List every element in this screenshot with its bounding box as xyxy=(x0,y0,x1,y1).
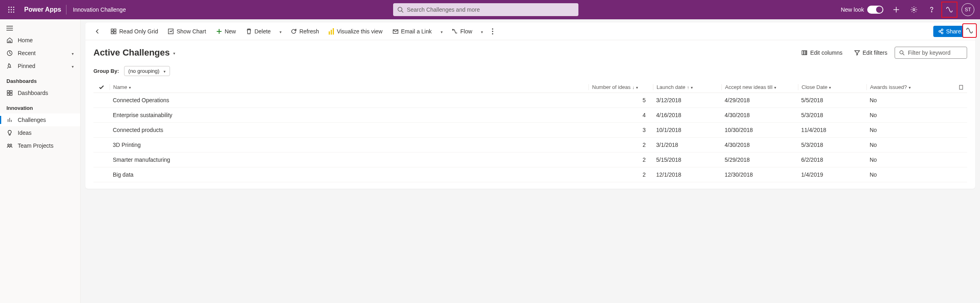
visualize-button[interactable]: Visualize this view xyxy=(325,26,386,37)
settings-button[interactable] xyxy=(906,2,922,18)
column-header-close[interactable]: Close Date xyxy=(798,84,866,90)
table-row[interactable]: Connected Operations53/12/20184/29/20185… xyxy=(93,93,967,108)
email-split-button[interactable] xyxy=(437,26,446,37)
delete-split-button[interactable] xyxy=(276,26,285,37)
flow-button[interactable]: Flow xyxy=(448,26,477,37)
svg-point-9 xyxy=(398,7,402,11)
new-button[interactable]: New xyxy=(212,26,240,37)
cell-awards: No xyxy=(866,142,955,148)
copilot-header-button[interactable] xyxy=(941,2,957,18)
nav-challenges[interactable]: Challenges xyxy=(0,113,80,126)
table-row[interactable]: Enterprise sustainability44/16/20184/30/… xyxy=(93,108,967,123)
chevron-down-icon xyxy=(72,50,74,56)
cell-ideas: 3 xyxy=(588,127,653,133)
table-row[interactable]: Big data212/1/201812/30/20181/4/2019No xyxy=(93,167,967,182)
svg-point-47 xyxy=(900,51,903,54)
nav-home-label: Home xyxy=(18,37,33,43)
global-search[interactable]: Search Challenges and more xyxy=(393,3,578,16)
global-header: Power Apps Innovation Challenge Search C… xyxy=(0,0,980,19)
column-header-accept[interactable]: Accept new ideas till xyxy=(721,84,798,90)
overflow-button[interactable] xyxy=(488,26,497,37)
chevron-down-icon xyxy=(909,84,911,90)
nav-collapse-button[interactable] xyxy=(0,23,80,34)
flow-icon xyxy=(452,28,458,35)
refresh-button[interactable]: Refresh xyxy=(286,26,323,37)
flow-label: Flow xyxy=(460,28,472,35)
svg-point-25 xyxy=(8,144,9,146)
lightbulb-icon xyxy=(6,130,13,136)
left-nav: Home Recent Pinned Dashboards Dashboards… xyxy=(0,19,81,303)
select-all-checkbox[interactable] xyxy=(93,85,110,90)
avatar-initials: ST xyxy=(965,7,971,12)
help-button[interactable] xyxy=(924,2,940,18)
brand-label[interactable]: Power Apps xyxy=(19,6,66,13)
cell-awards: No xyxy=(866,157,955,163)
back-button[interactable] xyxy=(90,26,105,37)
table-row[interactable]: Smarter manufacturing25/15/20185/29/2018… xyxy=(93,153,967,167)
svg-line-10 xyxy=(402,11,403,12)
nav-ideas-label: Ideas xyxy=(18,130,31,136)
column-header-ideas[interactable]: Number of ideas xyxy=(588,84,653,90)
waffle-icon xyxy=(8,6,15,13)
bookmark-icon xyxy=(959,85,963,90)
table-row[interactable]: Connected products310/1/201810/30/201811… xyxy=(93,123,967,138)
cell-launch: 3/12/2018 xyxy=(653,97,721,103)
nav-dashboards[interactable]: Dashboards xyxy=(0,87,80,99)
svg-rect-45 xyxy=(804,51,806,55)
view-header: Active Challenges Edit columns Edit filt… xyxy=(93,47,967,59)
clock-icon xyxy=(6,50,13,56)
user-avatar[interactable]: ST xyxy=(961,3,974,16)
cell-launch: 5/15/2018 xyxy=(653,157,721,163)
cell-awards: No xyxy=(866,171,955,178)
view-selector-chevron[interactable] xyxy=(173,49,175,56)
cell-name: Connected products xyxy=(110,127,588,133)
search-icon xyxy=(397,6,404,13)
nav-pinned[interactable]: Pinned xyxy=(0,60,80,72)
filter-keyword-input[interactable]: Filter by keyword xyxy=(895,47,967,59)
read-only-grid-label: Read Only Grid xyxy=(119,28,158,35)
table-row[interactable]: 3D Printing23/1/20184/30/20185/3/2018No xyxy=(93,138,967,153)
svg-point-43 xyxy=(941,32,943,34)
delete-button[interactable]: Delete xyxy=(242,26,275,37)
svg-point-2 xyxy=(13,7,15,8)
add-button[interactable] xyxy=(888,2,904,18)
cell-awards: No xyxy=(866,112,955,118)
nav-recent[interactable]: Recent xyxy=(0,47,80,60)
svg-line-19 xyxy=(7,67,8,68)
powerbi-icon xyxy=(329,28,334,35)
flow-split-button[interactable] xyxy=(478,26,486,37)
svg-rect-34 xyxy=(329,31,330,35)
view-title[interactable]: Active Challenges xyxy=(93,47,170,58)
show-chart-button[interactable]: Show Chart xyxy=(164,26,210,37)
email-link-button[interactable]: Email a Link xyxy=(388,26,436,37)
nav-home[interactable]: Home xyxy=(0,34,80,47)
edit-columns-button[interactable]: Edit columns xyxy=(797,47,846,58)
copilot-pane-button[interactable] xyxy=(962,23,977,38)
plus-icon xyxy=(893,6,900,13)
new-look-toggle[interactable]: New look xyxy=(841,6,883,14)
nav-team-projects[interactable]: Team Projects xyxy=(0,139,80,152)
svg-point-5 xyxy=(13,9,15,10)
app-launcher-button[interactable] xyxy=(3,6,19,13)
column-header-launch[interactable]: Launch date xyxy=(653,84,721,90)
chevron-down-icon xyxy=(72,63,74,69)
read-only-grid-button[interactable]: Read Only Grid xyxy=(106,26,162,37)
column-header-awards[interactable]: Awards issued? xyxy=(866,84,955,90)
check-icon xyxy=(99,85,104,90)
column-header-name[interactable]: Name xyxy=(110,84,588,90)
cell-close: 5/3/2018 xyxy=(798,142,866,148)
svg-point-38 xyxy=(492,28,493,29)
nav-ideas[interactable]: Ideas xyxy=(0,126,80,139)
cell-close: 5/3/2018 xyxy=(798,112,866,118)
chevron-down-icon xyxy=(129,84,131,90)
dashboard-icon xyxy=(6,90,13,96)
svg-point-42 xyxy=(939,31,941,32)
svg-rect-21 xyxy=(10,91,12,93)
app-title[interactable]: Innovation Challenge xyxy=(68,6,131,13)
group-by-select[interactable]: (no grouping) xyxy=(124,66,170,76)
column-settings-button[interactable] xyxy=(955,85,967,90)
grid-header-row: Name Number of ideas Launch date xyxy=(93,82,967,93)
nav-dashboards-label: Dashboards xyxy=(18,90,48,96)
view-card: Active Challenges Edit columns Edit filt… xyxy=(85,40,975,189)
edit-filters-button[interactable]: Edit filters xyxy=(850,47,891,58)
